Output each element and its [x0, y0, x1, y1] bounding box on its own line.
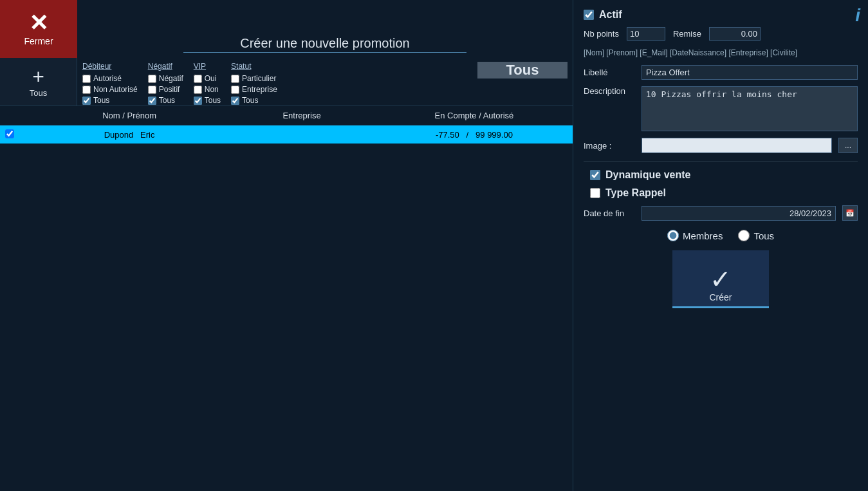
plus-icon: +: [32, 66, 44, 87]
filter-row: + Tous Débiteur Autorisé Non Autorisé: [0, 58, 573, 106]
vip-oui-checkbox[interactable]: [194, 75, 202, 83]
statut-entreprise-checkbox[interactable]: [231, 86, 239, 94]
negatif-title: Négatif: [148, 62, 183, 71]
left-panel: ✕ Fermer Créer une nouvelle promotion + …: [0, 0, 573, 491]
image-label: Image :: [584, 141, 635, 151]
tous-button[interactable]: Tous: [477, 62, 568, 79]
type-rappel-label: Type Rappel: [605, 187, 666, 199]
filter-vip: VIP Oui Non Tous: [194, 62, 221, 105]
negatif-tous[interactable]: Tous: [148, 96, 183, 105]
actif-row: Actif: [584, 9, 858, 21]
statut-particulier-checkbox[interactable]: [231, 75, 239, 83]
radio-membres-input[interactable]: [667, 230, 679, 241]
actif-label: Actif: [599, 9, 622, 21]
negatif-checkbox[interactable]: [148, 75, 156, 83]
type-rappel-checkbox[interactable]: [590, 188, 600, 198]
filters-area: Débiteur Autorisé Non Autorisé Tous: [77, 58, 573, 106]
page-title: Créer une nouvelle promotion: [183, 36, 466, 53]
negatif-tous-checkbox[interactable]: [148, 97, 156, 105]
vip-non[interactable]: Non: [194, 85, 221, 94]
negatif-positif[interactable]: Positif: [148, 85, 183, 94]
description-label: Description: [584, 86, 635, 96]
radio-tous-input[interactable]: [738, 230, 750, 241]
debiteur-autorise[interactable]: Autorisé: [82, 74, 138, 83]
nb-points-label: Nb points: [584, 29, 619, 39]
statut-title: Statut: [231, 62, 277, 71]
title-area: Créer une nouvelle promotion: [77, 0, 573, 58]
libelle-input[interactable]: [642, 65, 858, 80]
row-checkbox[interactable]: [5, 129, 14, 138]
tous-button-label: Tous: [506, 62, 539, 79]
debiteur-non-autorise-checkbox[interactable]: [82, 86, 91, 94]
close-button[interactable]: ✕ Fermer: [0, 0, 77, 58]
remise-input[interactable]: [709, 27, 761, 41]
remise-label: Remise: [673, 29, 701, 39]
description-textarea[interactable]: 10 Pizzas offrir la moins cher: [642, 86, 858, 131]
statut-particulier[interactable]: Particulier: [231, 74, 277, 83]
debiteur-autorise-checkbox[interactable]: [82, 75, 91, 83]
statut-entreprise[interactable]: Entreprise: [231, 85, 277, 94]
vip-oui[interactable]: Oui: [194, 74, 221, 83]
date-fin-label: Date de fin: [584, 208, 635, 218]
filter-negatif: Négatif Négatif Positif Tous: [148, 62, 183, 105]
radio-tous[interactable]: Tous: [738, 230, 774, 241]
dynamique-vente-checkbox[interactable]: [590, 170, 600, 180]
date-fin-input[interactable]: [642, 206, 836, 221]
right-panel: i Actif Nb points Remise [Nom] [Prenom] …: [573, 0, 868, 491]
table-header: Nom / Prénom Entreprise En Compte / Auto…: [0, 106, 573, 125]
radio-membres-label: Membres: [683, 230, 723, 241]
table-row[interactable]: Dupond Eric -77.50 / 99 999.00: [0, 125, 573, 144]
header-compte: En Compte / Autorisé: [376, 111, 573, 120]
type-rappel-row: Type Rappel: [590, 187, 858, 199]
date-fin-row: Date de fin 📅: [584, 205, 858, 221]
radio-tous-label: Tous: [753, 230, 774, 241]
creer-button[interactable]: ✓ Créer: [672, 250, 769, 308]
negatif-negatif[interactable]: Négatif: [148, 74, 183, 83]
add-button[interactable]: + Tous: [0, 58, 77, 106]
libelle-row: Libellé: [584, 65, 858, 80]
description-area: Description 10 Pizzas offrir la moins ch…: [584, 86, 858, 131]
top-bar: ✕ Fermer Créer une nouvelle promotion: [0, 0, 573, 58]
points-remise-row: Nb points Remise: [584, 27, 858, 41]
statut-tous[interactable]: Tous: [231, 96, 277, 105]
debiteur-tous-checkbox[interactable]: [82, 97, 91, 105]
filter-statut: Statut Particulier Entreprise Tous: [231, 62, 277, 105]
debiteur-title: Débiteur: [82, 62, 138, 71]
vip-title: VIP: [194, 62, 221, 71]
debiteur-tous[interactable]: Tous: [82, 96, 138, 105]
image-browse-button[interactable]: ...: [838, 138, 858, 153]
radio-membres[interactable]: Membres: [667, 230, 723, 241]
close-icon: ✕: [29, 12, 48, 35]
actif-checkbox[interactable]: [584, 10, 594, 20]
header-entreprise: Entreprise: [228, 111, 376, 120]
statut-tous-checkbox[interactable]: [231, 97, 239, 105]
filter-debiteur: Débiteur Autorisé Non Autorisé Tous: [82, 62, 138, 105]
debiteur-non-autorise[interactable]: Non Autorisé: [82, 85, 138, 94]
close-label: Fermer: [24, 36, 53, 46]
date-fin-calendar-button[interactable]: 📅: [842, 205, 858, 221]
vip-tous[interactable]: Tous: [194, 96, 221, 105]
dynamique-vente-label: Dynamique vente: [605, 169, 690, 181]
vip-non-checkbox[interactable]: [194, 86, 202, 94]
image-row: Image : ...: [584, 138, 858, 153]
libelle-label: Libellé: [584, 68, 635, 77]
info-icon: i: [855, 5, 860, 26]
creer-check-icon: ✓: [710, 266, 732, 292]
radio-row: Membres Tous: [584, 230, 858, 241]
table-body: Dupond Eric -77.50 / 99 999.00: [0, 125, 573, 491]
add-label: Tous: [30, 88, 47, 98]
header-nom: Nom / Prénom: [31, 111, 228, 120]
nb-points-input[interactable]: [627, 27, 665, 41]
dynamique-vente-row: Dynamique vente: [590, 169, 858, 181]
positif-checkbox[interactable]: [148, 86, 156, 94]
creer-label: Créer: [709, 292, 732, 302]
image-input[interactable]: [642, 138, 832, 153]
divider-1: [584, 161, 858, 162]
row-nom: Dupond Eric: [31, 130, 228, 140]
row-compte: -77.50 / 99 999.00: [376, 130, 573, 140]
vip-tous-checkbox[interactable]: [194, 97, 202, 105]
row-check: [5, 129, 31, 140]
tags-row: [Nom] [Prenom] [E_Mail] [DateNaissance] …: [584, 47, 858, 59]
